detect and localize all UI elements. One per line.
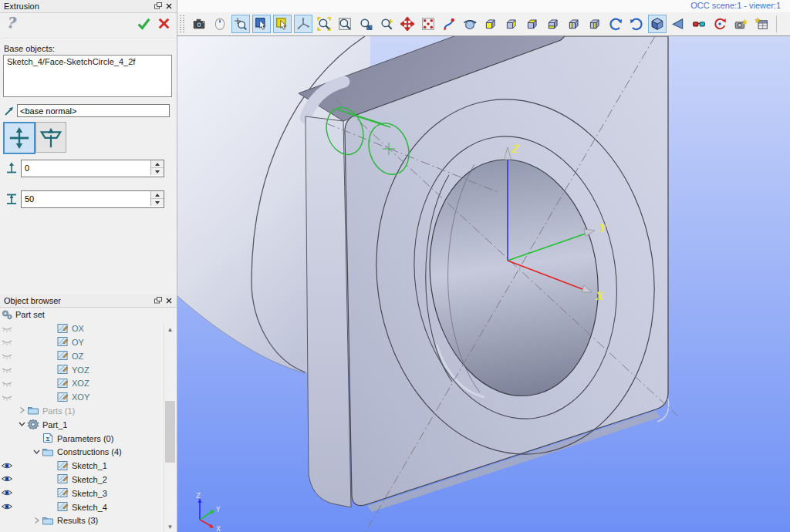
base-objects-listbox[interactable]: Sketch_4/Face-SketchCircle_4_2f	[3, 55, 172, 97]
spin-down-button[interactable]	[151, 199, 164, 206]
show-trihedron-button[interactable]	[294, 15, 312, 33]
tree-item-parts-1[interactable]: Parts (1)	[0, 404, 177, 418]
tree-expander-collapsed-icon[interactable]	[32, 516, 42, 525]
plate-side-face	[306, 116, 351, 507]
tree-item-oz[interactable]: OZ	[0, 348, 177, 362]
visibility-eye-open-icon[interactable]	[0, 487, 14, 499]
tree-item-sketch-1[interactable]: Sketch_1	[0, 459, 177, 473]
to-size-input[interactable]	[22, 191, 151, 206]
float-panel-icon[interactable]	[153, 296, 164, 306]
tree-expander-expanded-icon[interactable]	[32, 447, 42, 456]
rotate-counterclockwise-button[interactable]	[606, 15, 625, 33]
dump-view-button[interactable]	[190, 15, 208, 33]
tree-item-xoz[interactable]: XOZ	[0, 376, 177, 390]
float-panel-icon[interactable]	[153, 2, 164, 12]
visibility-eye-closed-icon[interactable]	[0, 363, 14, 375]
viewport-3d[interactable]: Z Y X Z Y X	[177, 35, 790, 532]
object-browser-title: Object browser	[2, 296, 153, 305]
bottom-view-button[interactable]	[544, 15, 562, 33]
back-view-button[interactable]	[502, 15, 521, 33]
right-view-button[interactable]	[586, 15, 604, 33]
parameters-icon: Σ	[42, 432, 54, 444]
visibility-eye-closed-icon[interactable]	[0, 391, 14, 403]
tree-item-constructions-4[interactable]: Constructions (4)	[0, 445, 177, 459]
viewer-toolbar	[177, 12, 790, 35]
tree-item-sketch-4[interactable]: Sketch_4	[0, 500, 177, 513]
base-object-item[interactable]: Sketch_4/Face-SketchCircle_4_2f	[4, 56, 171, 68]
left-view-button[interactable]	[565, 15, 583, 33]
tree-item-ox[interactable]: OX	[0, 322, 177, 335]
preselection-style-button[interactable]	[273, 15, 292, 33]
cancel-button[interactable]	[157, 16, 171, 31]
base-normal-field[interactable]	[17, 104, 170, 117]
tree-item-oy[interactable]: OY	[0, 335, 177, 349]
visibility-eye-closed-icon[interactable]	[0, 335, 14, 348]
render-settings-button[interactable]	[731, 15, 750, 33]
visibility-eye-closed-icon[interactable]	[0, 377, 14, 389]
tree-item-sketch-2[interactable]: Sketch_2	[0, 473, 177, 487]
by-sizes-toggle-button[interactable]	[3, 122, 35, 154]
tree-item-label: Parts (1)	[42, 406, 75, 416]
tree-item-label: OZ	[72, 351, 83, 361]
tree-item-part-1[interactable]: Part_1	[0, 417, 177, 431]
selection-style-button[interactable]	[252, 15, 271, 33]
help-icon[interactable]: ?	[6, 14, 15, 31]
spin-down-button[interactable]	[151, 168, 164, 175]
scroll-up-icon[interactable]: ▲	[164, 324, 176, 335]
tree-item-xoy[interactable]: XOY	[0, 390, 177, 404]
tree-expander-expanded-icon[interactable]	[17, 419, 27, 429]
set-rotation-point-button[interactable]	[440, 15, 458, 33]
fit-all-button[interactable]	[336, 15, 354, 33]
zoom-button[interactable]	[377, 15, 396, 33]
tree-expander-collapsed-icon[interactable]	[17, 406, 27, 415]
close-panel-icon[interactable]	[164, 296, 174, 306]
shading-mode-button[interactable]	[669, 15, 687, 33]
front-view-button[interactable]	[481, 15, 500, 33]
from-size-input[interactable]	[22, 160, 151, 175]
close-panel-icon[interactable]	[164, 2, 174, 12]
visibility-eye-closed-icon[interactable]	[0, 349, 14, 362]
continuous-rotation-button[interactable]	[711, 15, 729, 33]
tree-item-label: Results (3)	[57, 515, 98, 525]
tree-item-yoz[interactable]: YOZ	[0, 362, 177, 376]
visibility-eye-open-icon[interactable]	[0, 500, 14, 513]
visibility-eye-closed-icon[interactable]	[0, 322, 14, 335]
viewer-preferences-button[interactable]	[752, 15, 771, 33]
panning-button[interactable]	[398, 15, 417, 33]
scroll-down-icon[interactable]: ▼	[164, 521, 176, 532]
fit-area-button[interactable]	[356, 15, 375, 33]
tree-scrollbar[interactable]: ▲ ▼	[164, 324, 176, 532]
tree-item-label: Sketch_3	[72, 488, 107, 498]
visibility-eye-open-icon[interactable]	[0, 473, 14, 485]
spin-up-button[interactable]	[151, 160, 164, 168]
interaction-style-button[interactable]	[211, 15, 229, 33]
viewer-preferences-icon	[755, 17, 768, 31]
toolbar-drag-handle[interactable]	[180, 15, 181, 32]
sketch-icon	[56, 322, 69, 335]
tree-item-label: Parameters (0)	[57, 433, 113, 443]
toolbar-drag-handle[interactable]	[183, 15, 184, 32]
to-size-stepper	[150, 191, 164, 206]
top-view-button[interactable]	[523, 15, 542, 33]
isometric-view-button[interactable]	[648, 15, 667, 33]
scrollbar-thumb[interactable]	[165, 401, 175, 463]
zooming-style-button[interactable]	[231, 15, 250, 33]
zoom-area-button[interactable]	[315, 15, 333, 33]
by-planes-toggle-button[interactable]	[35, 122, 66, 153]
global-panning-button[interactable]	[419, 15, 437, 33]
visibility-eye-open-icon[interactable]	[0, 460, 14, 472]
stereo-view-button[interactable]	[690, 15, 708, 33]
extrusion-panel-title: Extrusion	[2, 2, 153, 11]
shading-mode-icon	[671, 17, 685, 31]
tree-item-results-3[interactable]: Results (3)	[0, 513, 177, 527]
set-rotation-point-icon	[442, 17, 456, 31]
tree-item-sketch-3[interactable]: Sketch_3	[0, 486, 177, 500]
apply-button[interactable]	[137, 16, 151, 31]
zooming-style-icon	[234, 17, 248, 31]
spin-up-button[interactable]	[151, 191, 164, 199]
rotate-clockwise-icon	[630, 17, 643, 31]
rotate-clockwise-button[interactable]	[627, 15, 646, 33]
rotation-button[interactable]	[461, 15, 479, 33]
tree-item-parameters-0[interactable]: ΣParameters (0)	[0, 431, 177, 445]
tree-item-part-set[interactable]: Part set	[0, 308, 177, 322]
